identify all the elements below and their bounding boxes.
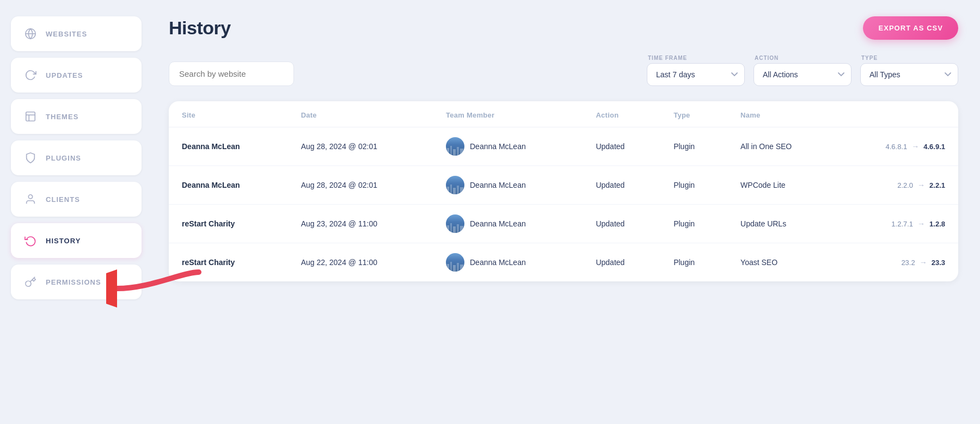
svg-rect-24: [457, 263, 459, 272]
svg-rect-9: [457, 147, 459, 156]
col-date: Date: [288, 101, 433, 127]
sidebar-item-themes[interactable]: THEMES: [11, 99, 142, 134]
cell-site: reStart Charity: [169, 205, 288, 243]
sidebar: WEBSITES UPDATES THEMES PLUGINS CLIENTS …: [0, 0, 152, 424]
col-name: Name: [727, 101, 837, 127]
sidebar-item-clients[interactable]: CLIENTS: [11, 182, 142, 217]
svg-rect-10: [460, 149, 463, 156]
cell-action: Updated: [583, 166, 660, 205]
layout-icon: [23, 109, 38, 124]
action-select[interactable]: All Actions Updated Installed Deleted: [754, 63, 852, 86]
svg-rect-7: [450, 146, 452, 156]
table-row: Deanna McLean Aug 28, 2024 @ 02:01 Deann…: [169, 166, 958, 205]
svg-rect-13: [453, 188, 456, 194]
svg-rect-12: [450, 185, 452, 194]
svg-rect-14: [457, 186, 459, 194]
sidebar-item-label-permissions: PERMISSIONS: [46, 278, 101, 286]
table-row: reStart Charity Aug 23, 2024 @ 11:00 Dea…: [169, 205, 958, 243]
page-title: History: [169, 17, 231, 39]
cell-name: Yoast SEO: [727, 243, 837, 282]
sidebar-item-plugins[interactable]: PLUGINS: [11, 140, 142, 175]
svg-rect-11: [447, 187, 449, 194]
cell-team-member: Deanna McLean: [433, 166, 583, 205]
action-label: ACTION: [755, 55, 852, 61]
type-select[interactable]: All Types Plugin Theme Core: [860, 63, 958, 86]
col-action: Action: [583, 101, 660, 127]
filters-row: TIME FRAME Last 7 days Last 30 days Last…: [169, 55, 958, 86]
svg-rect-15: [460, 187, 463, 194]
sidebar-item-label-websites: WEBSITES: [46, 30, 87, 38]
cell-type: Plugin: [660, 166, 727, 205]
svg-rect-18: [453, 226, 456, 233]
sidebar-item-label-updates: UPDATES: [46, 71, 83, 79]
main-content: History EXPORT AS CSV TIME FRAME Last 7 …: [152, 0, 980, 424]
svg-rect-17: [450, 223, 452, 233]
timeframe-select[interactable]: Last 7 days Last 30 days Last 90 days Al…: [647, 63, 745, 86]
table-row: reStart Charity Aug 22, 2024 @ 11:00 Dea…: [169, 243, 958, 282]
svg-rect-19: [457, 224, 459, 233]
cell-site: Deanna McLean: [169, 127, 288, 166]
svg-rect-16: [447, 225, 449, 233]
svg-rect-23: [453, 265, 456, 272]
svg-rect-6: [447, 148, 449, 156]
cell-team-member: Deanna McLean: [433, 127, 583, 166]
svg-rect-21: [447, 264, 449, 272]
sidebar-item-label-clients: CLIENTS: [46, 195, 80, 204]
cell-team-member: Deanna McLean: [433, 205, 583, 243]
cell-type: Plugin: [660, 205, 727, 243]
cell-site: reStart Charity: [169, 243, 288, 282]
sidebar-item-websites[interactable]: WEBSITES: [11, 16, 142, 51]
history-icon: [23, 233, 38, 248]
cell-action: Updated: [583, 127, 660, 166]
cell-site: Deanna McLean: [169, 166, 288, 205]
col-team-member: Team Member: [433, 101, 583, 127]
cell-date: Aug 28, 2024 @ 02:01: [288, 166, 433, 205]
sidebar-item-history[interactable]: HISTORY: [11, 223, 142, 258]
cell-version: 2.2.0 → 2.2.1: [837, 166, 958, 205]
globe-icon: [23, 26, 38, 41]
svg-point-5: [28, 195, 32, 199]
col-site: Site: [169, 101, 288, 127]
cell-team-member: Deanna McLean: [433, 243, 583, 282]
header-row: History EXPORT AS CSV: [169, 16, 958, 40]
history-table: Site Date Team Member Action Type Name D…: [169, 101, 958, 281]
history-table-card: Site Date Team Member Action Type Name D…: [169, 101, 958, 281]
timeframe-label: TIME FRAME: [648, 55, 745, 61]
search-wrap: [169, 62, 294, 86]
cell-version: 23.2 → 23.3: [837, 243, 958, 282]
svg-rect-25: [460, 265, 463, 272]
cell-action: Updated: [583, 243, 660, 282]
svg-rect-20: [460, 226, 463, 233]
cell-name: Update URLs: [727, 205, 837, 243]
cell-name: All in One SEO: [727, 127, 837, 166]
col-version: [837, 101, 958, 127]
key-icon: [23, 274, 38, 290]
svg-rect-2: [26, 112, 35, 121]
sidebar-item-permissions[interactable]: PERMISSIONS: [11, 265, 142, 299]
cell-version: 1.2.7.1 → 1.2.8: [837, 205, 958, 243]
export-csv-button[interactable]: EXPORT AS CSV: [863, 16, 958, 40]
cell-date: Aug 23, 2024 @ 11:00: [288, 205, 433, 243]
timeframe-filter-group: TIME FRAME Last 7 days Last 30 days Last…: [647, 55, 745, 86]
cell-type: Plugin: [660, 127, 727, 166]
action-filter-group: ACTION All Actions Updated Installed Del…: [754, 55, 852, 86]
table-row: Deanna McLean Aug 28, 2024 @ 02:01 Deann…: [169, 127, 958, 166]
cell-type: Plugin: [660, 243, 727, 282]
search-input[interactable]: [169, 62, 294, 86]
type-label: TYPE: [861, 55, 958, 61]
cell-name: WPCode Lite: [727, 166, 837, 205]
shield-icon: [23, 150, 38, 165]
cell-date: Aug 22, 2024 @ 11:00: [288, 243, 433, 282]
sidebar-item-label-themes: THEMES: [46, 113, 78, 121]
type-filter-group: TYPE All Types Plugin Theme Core: [860, 55, 958, 86]
cell-date: Aug 28, 2024 @ 02:01: [288, 127, 433, 166]
svg-rect-22: [450, 262, 452, 272]
svg-rect-8: [453, 149, 456, 156]
sidebar-item-updates[interactable]: UPDATES: [11, 58, 142, 93]
sidebar-item-label-history: HISTORY: [46, 237, 81, 245]
refresh-icon: [23, 67, 38, 83]
col-type: Type: [660, 101, 727, 127]
cell-version: 4.6.8.1 → 4.6.9.1: [837, 127, 958, 166]
user-icon: [23, 192, 38, 207]
sidebar-item-label-plugins: PLUGINS: [46, 154, 81, 162]
